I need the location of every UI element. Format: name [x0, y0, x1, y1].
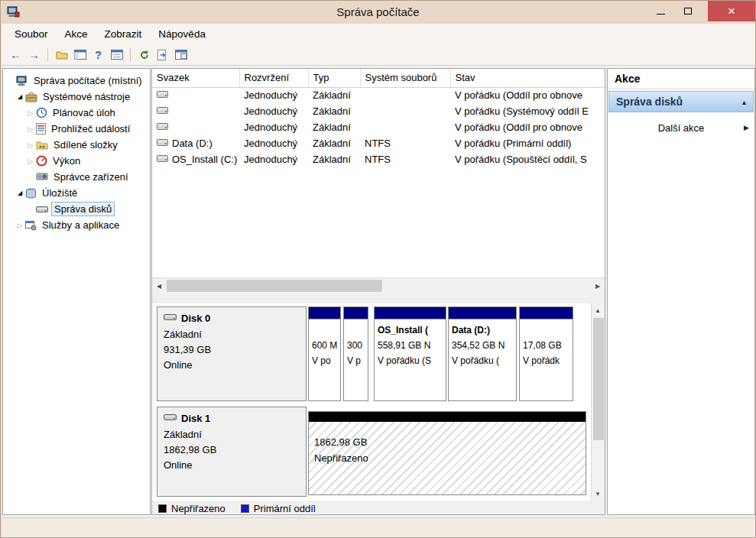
tree-item-task-scheduler[interactable]: ▷ Plánovač úloh — [3, 105, 150, 121]
col-header-rozvrzeni[interactable]: Rozvržení — [239, 69, 308, 87]
properties-window-icon[interactable] — [109, 47, 125, 63]
tree-item-shared-folders[interactable]: ▷ Sdílené složky — [3, 137, 150, 153]
new-window-icon[interactable] — [173, 47, 189, 63]
collapsed-twisty-icon[interactable]: ▷ — [26, 157, 35, 165]
tree-item-label: Sdílené složky — [51, 138, 120, 151]
cell-volume-name: Data (D:) — [152, 135, 239, 151]
pane-splitter[interactable] — [152, 293, 605, 303]
toolbar: ← → ? — [2, 44, 756, 66]
tree-item-performance[interactable]: ▷ Výkon — [3, 153, 150, 169]
partition-recovery-2[interactable]: 17,08 GB V pořádk — [519, 306, 573, 401]
partition-size: 300 — [347, 338, 366, 353]
show-console-tree-icon[interactable] — [72, 47, 88, 63]
volume-row[interactable]: Jednoduchý Základní V pořádku (Oddíl pro… — [152, 87, 605, 103]
col-header-stav[interactable]: Stav — [450, 69, 605, 87]
vscroll-thumb[interactable] — [593, 318, 604, 440]
minimize-button[interactable] — [647, 1, 673, 21]
tree-item-device-manager[interactable]: Správce zařízení — [3, 169, 150, 185]
volume-row[interactable]: Data (D:) Jednoduchý Základní NTFS V poř… — [152, 135, 605, 151]
col-header-system-souboru[interactable]: Systém souborů — [360, 69, 450, 87]
disk-icon — [164, 411, 177, 426]
partition-status: V pořádku (S — [378, 353, 444, 368]
tree-item-services-applications[interactable]: ▷ Služby a aplikace — [3, 217, 150, 233]
help-icon[interactable]: ? — [90, 47, 106, 63]
volume-row[interactable]: Jednoduchý Základní V pořádku (Systémový… — [152, 103, 605, 119]
volume-row[interactable]: Jednoduchý Základní V pořádku (Oddíl pro… — [152, 119, 605, 135]
menu-napoveda[interactable]: Nápověda — [150, 25, 214, 43]
computer-management-window: Správa počítače × Soubor Akce Zobrazit N… — [0, 0, 756, 538]
expanded-twisty-icon[interactable]: ◢ — [15, 190, 24, 196]
more-actions-label: Další akce — [658, 122, 705, 134]
cell-type: Základní — [308, 151, 360, 167]
task-scheduler-icon — [36, 107, 47, 118]
disk-graphical-view: Disk 0 Základní 931,39 GB Online 600 M V… — [152, 303, 605, 501]
window-title: Správa počítače — [1, 5, 755, 18]
tree-item-label: Úložiště — [40, 186, 79, 199]
titlebar: Správa počítače × — [1, 1, 755, 24]
col-header-typ[interactable]: Typ — [308, 69, 360, 87]
hscroll-thumb[interactable] — [167, 280, 382, 292]
volume-row[interactable]: OS_Install (C:) Jednoduchý Základní NTFS… — [152, 151, 605, 167]
close-icon: × — [728, 4, 735, 19]
vertical-scrollbar[interactable]: ▲ ▼ — [591, 303, 605, 501]
collapsed-twisty-icon[interactable]: ▷ — [26, 141, 35, 149]
collapse-chevron-icon: ▴ — [742, 98, 746, 106]
cell-volume-name — [152, 119, 239, 135]
unallocated-region[interactable]: 1862,98 GB Nepřiřazeno — [308, 411, 586, 495]
cell-type: Základní — [308, 119, 360, 135]
scroll-down-icon[interactable]: ▼ — [591, 487, 605, 501]
collapsed-twisty-icon[interactable]: ▷ — [26, 109, 35, 117]
refresh-icon[interactable] — [136, 47, 152, 63]
cell-filesystem — [360, 103, 450, 119]
drive-icon — [157, 154, 168, 165]
partition-status: V pořádku ( — [452, 353, 514, 368]
collapsed-twisty-icon[interactable]: ▷ — [26, 125, 35, 133]
cell-filesystem — [360, 87, 450, 103]
partition-size: 17,08 GB — [523, 338, 571, 353]
tree-item-event-viewer[interactable]: ▷ Prohlížeč událostí — [3, 121, 150, 137]
cell-layout: Jednoduchý — [239, 87, 308, 103]
back-icon[interactable]: ← — [8, 47, 24, 63]
actions-section-sprava-disku[interactable]: Správa disků ▴ — [608, 91, 754, 112]
scroll-left-icon[interactable]: ◀ — [152, 279, 166, 293]
horizontal-scrollbar[interactable]: ◀ ▶ — [152, 277, 605, 293]
cell-status: V pořádku (Spouštěcí oddíl, S — [450, 151, 605, 167]
disk-management-icon — [36, 205, 48, 214]
partition-efi[interactable]: 300 V p — [343, 306, 368, 401]
forward-icon[interactable]: → — [26, 47, 42, 63]
menu-zobrazit[interactable]: Zobrazit — [96, 25, 151, 43]
more-actions[interactable]: Další akce ▶ — [608, 118, 754, 137]
col-header-svazek[interactable]: Svazek — [152, 69, 239, 87]
partition-color-bar — [309, 307, 340, 319]
disk-name: Disk 0 — [181, 311, 210, 326]
drive-icon — [157, 105, 168, 117]
tree-item-storage[interactable]: ◢ Úložiště — [3, 185, 150, 201]
expanded-twisty-icon[interactable]: ◢ — [15, 93, 24, 100]
tree-item-disk-management[interactable]: Správa disků — [3, 201, 150, 217]
up-one-level-icon[interactable] — [54, 47, 70, 63]
cell-layout: Jednoduchý — [239, 103, 308, 119]
partition-recovery-1[interactable]: 600 M V po — [308, 306, 341, 401]
collapsed-twisty-icon[interactable]: ▷ — [15, 222, 24, 229]
scroll-right-icon[interactable]: ▶ — [591, 279, 605, 293]
scroll-up-icon[interactable]: ▲ — [591, 303, 605, 317]
tree-root-computer-management[interactable]: Správa počítače (místní) — [3, 73, 150, 89]
partition-os-install[interactable]: OS_Install ( 558,91 GB N V pořádku (S — [374, 306, 446, 401]
disk-status: Online — [164, 358, 300, 373]
menu-akce[interactable]: Akce — [57, 25, 96, 43]
disk-type: Základní — [164, 427, 300, 442]
tree-item-system-tools[interactable]: ◢ Systémové nástroje — [3, 89, 150, 105]
unallocated-label: Nepřiřazeno — [314, 450, 586, 466]
disk1-info[interactable]: Disk 1 Základní 1862,98 GB Online — [157, 407, 307, 497]
export-list-icon[interactable] — [154, 47, 170, 63]
disk0-info[interactable]: Disk 0 Základní 931,39 GB Online — [157, 306, 307, 401]
maximize-icon — [684, 8, 692, 15]
maximize-button[interactable] — [675, 1, 701, 21]
legend-primary-swatch — [241, 504, 249, 513]
close-button[interactable]: × — [708, 1, 755, 21]
tree-item-label: Výkon — [50, 154, 83, 167]
cell-volume-name: OS_Install (C:) — [152, 151, 239, 167]
menu-soubor[interactable]: Soubor — [6, 25, 57, 43]
partition-data[interactable]: Data (D:) 354,52 GB N V pořádku ( — [448, 306, 517, 401]
cell-status: V pořádku (Systémový oddíl E — [450, 103, 605, 119]
